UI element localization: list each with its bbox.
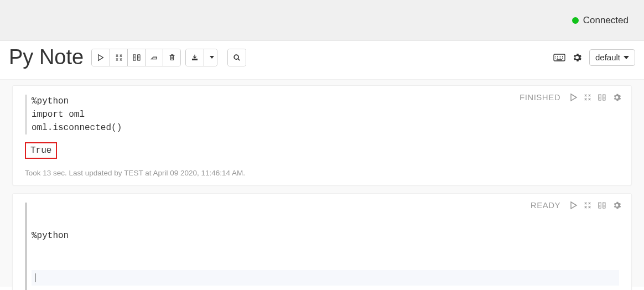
- paragraph-status: FINISHED: [520, 92, 560, 102]
- hide-output-paragraph-button[interactable]: [584, 201, 591, 209]
- search-button-group: [227, 49, 246, 66]
- search-button[interactable]: [228, 49, 246, 66]
- paragraph[interactable]: READY %python: [12, 193, 632, 290]
- notebook-title[interactable]: Py Note: [9, 45, 84, 69]
- top-status-bar: Connected: [0, 0, 644, 41]
- delete-notebook-button[interactable]: [163, 49, 180, 66]
- clear-output-button[interactable]: [145, 49, 163, 66]
- paragraph-settings-button[interactable]: [612, 93, 621, 102]
- notebook-header: Py Note: [0, 41, 644, 80]
- run-paragraph-button[interactable]: [569, 201, 578, 210]
- paragraph-status: READY: [531, 200, 560, 210]
- svg-marker-4: [571, 94, 577, 101]
- paragraph-toolbar: FINISHED: [520, 92, 621, 102]
- paragraph-code-editor[interactable]: %python: [25, 203, 619, 290]
- export-dropdown-button[interactable]: [204, 49, 217, 66]
- text-cursor-icon: [35, 273, 35, 282]
- show-editor-paragraph-button[interactable]: [597, 94, 607, 101]
- settings-button[interactable]: [568, 49, 586, 66]
- code-input-line[interactable]: [32, 270, 619, 286]
- paragraph-output: True: [25, 142, 619, 159]
- paragraph-timing: Took 13 sec. Last updated by TEST at Apr…: [25, 169, 619, 177]
- caret-down-icon: [624, 56, 629, 59]
- interpreter-dropdown[interactable]: default: [589, 49, 635, 66]
- export-button-group: [185, 49, 217, 66]
- paragraph[interactable]: FINISHED %python import oml oml.isconnec…: [12, 85, 632, 185]
- keyboard-shortcuts-button[interactable]: [550, 49, 568, 66]
- connection-status-dot: [572, 17, 579, 24]
- show-editor-paragraph-button[interactable]: [597, 201, 607, 209]
- run-all-button[interactable]: [92, 49, 110, 66]
- connection-status-label: Connected: [583, 15, 629, 26]
- code-line: %python: [32, 229, 619, 242]
- paragraph-settings-button[interactable]: [612, 201, 621, 210]
- paragraph-toolbar: READY: [531, 200, 621, 210]
- hide-output-button[interactable]: [110, 49, 127, 66]
- svg-rect-1: [193, 59, 198, 60]
- interpreter-label: default: [595, 53, 620, 62]
- show-editor-button[interactable]: [127, 49, 145, 66]
- run-paragraph-button[interactable]: [569, 93, 578, 102]
- svg-marker-0: [98, 54, 103, 60]
- svg-marker-5: [571, 202, 577, 209]
- primary-button-group: [91, 49, 181, 66]
- hide-output-paragraph-button[interactable]: [584, 94, 591, 101]
- output-text: True: [25, 142, 57, 159]
- caret-down-icon: [210, 56, 214, 59]
- svg-point-2: [234, 55, 238, 59]
- export-button[interactable]: [186, 49, 204, 66]
- paragraph-container: FINISHED %python import oml oml.isconnec…: [0, 80, 644, 287]
